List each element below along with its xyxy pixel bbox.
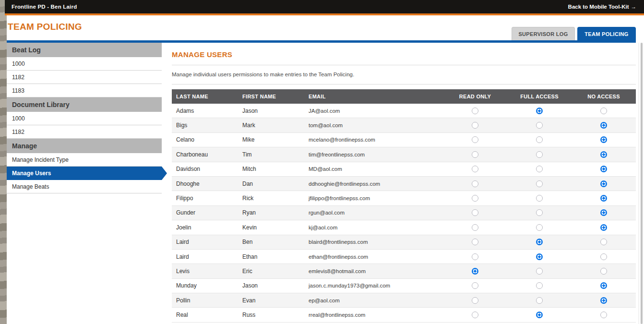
no-access-radio[interactable] — [600, 253, 607, 260]
sidebar-item-manage-users[interactable]: Manage Users — [7, 167, 162, 180]
first-name-cell: Mark — [238, 122, 304, 129]
full-access-radio[interactable] — [536, 151, 543, 158]
no-access-radio[interactable] — [600, 166, 607, 172]
last-name-cell: Dhooghe — [172, 180, 238, 187]
full-access-cell — [507, 151, 572, 158]
no-access-cell — [572, 151, 636, 158]
full-access-radio[interactable] — [536, 253, 543, 260]
first-name-cell: Rick — [238, 195, 304, 202]
sidebar-item-1182[interactable]: 1182 — [7, 71, 162, 84]
no-access-radio[interactable] — [600, 151, 607, 158]
tab-supervisor-log[interactable]: SUPERVISOR LOG — [512, 27, 575, 41]
scrollbar-thumb[interactable] — [641, 43, 643, 324]
full-access-radio[interactable] — [536, 209, 543, 216]
no-access-radio[interactable] — [600, 108, 607, 114]
main-content: MANAGE USERS Manage individual users per… — [172, 43, 636, 323]
read-access-cell — [443, 312, 507, 318]
no-access-radio[interactable] — [600, 195, 607, 202]
no-access-radio[interactable] — [600, 268, 607, 275]
full-access-cell — [507, 253, 572, 260]
no-access-radio[interactable] — [600, 239, 607, 245]
sidebar-item-1182[interactable]: 1182 — [7, 125, 162, 139]
no-access-radio[interactable] — [600, 122, 607, 129]
full-access-radio[interactable] — [536, 122, 543, 129]
table-row: DavidsonMitchMD@aol.com — [172, 162, 636, 177]
sidebar-item-label: 1000 — [12, 115, 25, 122]
full-access-radio[interactable] — [536, 268, 543, 275]
no-access-radio[interactable] — [600, 180, 607, 187]
no-access-radio[interactable] — [600, 282, 607, 289]
read-access-cell — [443, 209, 507, 216]
last-name-cell: Laird — [172, 239, 238, 245]
last-name-cell: Adams — [172, 108, 238, 114]
full-access-radio[interactable] — [536, 166, 543, 172]
full-access-cell — [507, 297, 572, 304]
column-header-full-access: FULL ACCESS — [507, 94, 572, 99]
read-access-radio[interactable] — [472, 180, 478, 187]
full-access-radio[interactable] — [536, 297, 543, 304]
full-access-cell — [507, 195, 572, 202]
last-name-cell: Gunder — [172, 209, 238, 216]
read-access-radio[interactable] — [472, 224, 478, 231]
sidebar-item-1000[interactable]: 1000 — [7, 112, 162, 125]
divider — [172, 84, 636, 84]
full-access-radio[interactable] — [536, 224, 543, 231]
vertical-scrollbar[interactable] — [638, 43, 644, 324]
read-access-radio[interactable] — [472, 297, 478, 304]
email-cell: emlevis8@hotmail.com — [304, 268, 443, 274]
no-access-cell — [572, 224, 636, 231]
email-cell: mcelano@frontlinepss.com — [304, 137, 443, 143]
background-texture-strip — [0, 0, 7, 324]
read-access-cell — [443, 297, 507, 304]
last-name-cell: Joelin — [172, 224, 238, 231]
read-access-radio[interactable] — [472, 253, 478, 260]
full-access-radio[interactable] — [536, 312, 543, 318]
full-access-cell — [507, 209, 572, 216]
read-access-radio[interactable] — [472, 122, 478, 129]
last-name-cell: Charboneau — [172, 151, 238, 158]
first-name-cell: Kevin — [238, 224, 304, 231]
read-access-radio[interactable] — [472, 312, 478, 318]
full-access-radio[interactable] — [536, 282, 543, 289]
no-access-cell — [572, 166, 636, 172]
read-access-radio[interactable] — [472, 108, 478, 114]
read-access-radio[interactable] — [472, 136, 478, 143]
full-access-radio[interactable] — [536, 136, 543, 143]
no-access-radio[interactable] — [600, 312, 607, 318]
no-access-cell — [572, 136, 636, 143]
top-bar: Frontline PD - Ben Laird Back to Mobile … — [5, 0, 644, 13]
read-access-radio[interactable] — [472, 151, 478, 158]
no-access-radio[interactable] — [600, 224, 607, 231]
email-cell: kj@aol.com — [304, 225, 443, 230]
back-to-toolkit-link[interactable]: Back to Mobile Tool-Kit → — [568, 4, 636, 10]
full-access-radio[interactable] — [536, 180, 543, 187]
sidebar-item-label: Manage Incident Type — [12, 156, 69, 163]
read-access-cell — [443, 151, 507, 158]
full-access-radio[interactable] — [536, 108, 543, 114]
sidebar-section-beat-log: Beat Log — [7, 43, 162, 57]
read-access-radio[interactable] — [472, 166, 478, 172]
full-access-radio[interactable] — [536, 239, 543, 245]
read-access-radio[interactable] — [472, 209, 478, 216]
full-access-radio[interactable] — [536, 195, 543, 202]
read-access-radio[interactable] — [472, 282, 478, 289]
first-name-cell: Ben — [238, 239, 304, 245]
read-access-radio[interactable] — [472, 195, 478, 202]
tab-team-policing[interactable]: TEAM POLICING — [577, 27, 636, 41]
no-access-radio[interactable] — [600, 297, 607, 304]
read-access-radio[interactable] — [472, 239, 478, 245]
email-cell: ddhooghie@frontlinepss.com — [304, 181, 443, 187]
sidebar-item-label: Manage Users — [12, 170, 51, 177]
sidebar-item-1000[interactable]: 1000 — [7, 57, 162, 71]
sidebar-item-manage-beats[interactable]: Manage Beats — [7, 180, 162, 193]
table-row: BigsMarktom@aol.com — [172, 118, 636, 132]
table-row: RealRussrreal@frontlinepss.com — [172, 308, 636, 322]
read-access-cell — [443, 253, 507, 260]
no-access-radio[interactable] — [600, 209, 607, 216]
read-access-radio[interactable] — [472, 268, 478, 275]
sidebar-item-manage-incident-type[interactable]: Manage Incident Type — [7, 153, 162, 167]
column-header-read-only: READ ONLY — [443, 94, 507, 99]
sidebar-item-1183[interactable]: 1183 — [7, 84, 162, 97]
first-name-cell: Mike — [238, 136, 304, 143]
no-access-radio[interactable] — [600, 136, 607, 143]
